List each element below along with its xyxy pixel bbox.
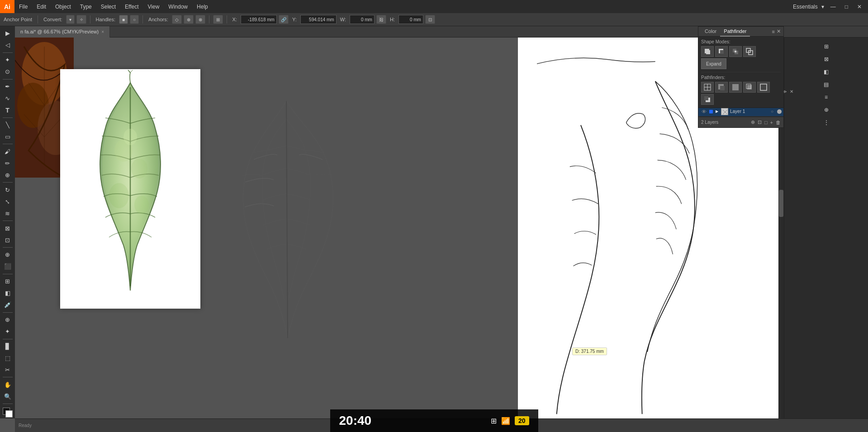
svg-rect-25 <box>735 84 739 90</box>
handles-label: Handles: <box>94 17 117 22</box>
mesh-tool[interactable]: ⊞ <box>2 276 14 287</box>
tab-close-btn[interactable]: × <box>101 29 104 34</box>
layer-1-row[interactable]: 👁 ▶ Layer 1 ○ <box>698 107 783 117</box>
make-clipping-icon[interactable]: ⊡ <box>758 119 762 125</box>
lasso-tool[interactable]: ⊙ <box>2 66 14 77</box>
menu-window[interactable]: Window <box>164 0 192 13</box>
shaper-tool[interactable]: ⊕ <box>2 169 14 180</box>
x-input[interactable]: -189.618 mm <box>241 15 277 24</box>
shape-builder[interactable]: ⊕ <box>2 249 14 260</box>
curvature-tool[interactable]: ∿ <box>2 93 14 104</box>
tool-sep-2 <box>3 79 13 80</box>
anchors-btn-3[interactable]: ⊗ <box>195 15 205 24</box>
pen-tool[interactable]: ✒ <box>2 81 14 92</box>
create-layer-icon[interactable]: □ <box>764 120 768 125</box>
panel-icon-4[interactable]: ◧ <box>821 66 832 78</box>
free-transform[interactable]: ⊡ <box>2 235 14 245</box>
rotate-tool[interactable]: ↻ <box>2 184 14 195</box>
magic-wand-tool[interactable]: ✦ <box>2 55 14 66</box>
close-btn[interactable]: ✕ <box>854 3 864 11</box>
w-input[interactable] <box>350 15 375 24</box>
menu-effect[interactable]: Effect <box>120 0 143 13</box>
artboard-tool[interactable]: ⬚ <box>2 352 14 363</box>
layer-1-indicator <box>777 109 782 114</box>
anchors-btn-1[interactable]: ◇ <box>172 15 182 24</box>
link-btn[interactable]: 🔗 <box>279 15 289 24</box>
layer-1-expand[interactable]: ▶ <box>715 109 719 114</box>
menu-select[interactable]: Select <box>96 0 120 13</box>
locate-icon[interactable]: ⊕ <box>751 119 755 125</box>
h-input[interactable] <box>398 15 423 24</box>
trim-btn[interactable] <box>715 82 728 93</box>
merge-btn[interactable] <box>729 82 742 93</box>
scale-tool[interactable]: ⤡ <box>2 196 14 207</box>
delete-layer-icon[interactable]: 🗑 <box>776 120 781 125</box>
eyedropper-tool[interactable]: 💉 <box>2 300 14 310</box>
menu-edit[interactable]: Edit <box>32 0 51 13</box>
menu-file[interactable]: File <box>14 0 32 13</box>
y-input[interactable]: 594.014 mm <box>300 15 337 24</box>
line-tool[interactable]: ╲ <box>2 120 14 131</box>
layers-close-icon[interactable]: ✕ <box>788 88 795 95</box>
menu-object[interactable]: Object <box>51 0 76 13</box>
panel-close-icon[interactable]: ✕ <box>777 28 781 34</box>
essentials-dropdown[interactable]: ▾ <box>821 4 824 10</box>
scrollbar-thumb[interactable] <box>779 190 783 217</box>
convert-btn-2[interactable]: ✧ <box>76 15 86 24</box>
pathfinder-tab[interactable]: Pathfinder <box>720 27 750 37</box>
anchors-btn-2[interactable]: ⊕ <box>184 15 194 24</box>
panel-icon-3[interactable]: ⊠ <box>821 53 832 65</box>
pencil-tool[interactable]: ✏ <box>2 158 14 169</box>
crop-btn[interactable] <box>743 82 756 93</box>
transform-btn[interactable]: ⊡ <box>425 15 435 24</box>
menu-help[interactable]: Help <box>192 0 213 13</box>
exclude-btn[interactable] <box>743 46 756 57</box>
type-tool[interactable]: T <box>2 105 14 116</box>
outline-btn[interactable] <box>757 82 770 93</box>
stroke-box[interactable] <box>5 410 13 418</box>
convert-btn-1[interactable]: ▾ <box>66 15 75 24</box>
layer-1-lock[interactable]: ○ <box>769 108 775 115</box>
slice-tool[interactable]: ✂ <box>2 364 14 375</box>
paintbrush-tool[interactable]: 🖌 <box>2 146 14 157</box>
expand-btn[interactable]: Expand <box>701 58 726 69</box>
minus-front-btn[interactable] <box>715 46 728 57</box>
minus-back-btn[interactable] <box>701 94 714 105</box>
fill-stroke-area[interactable] <box>2 407 14 418</box>
rect-tool[interactable]: ▭ <box>2 131 14 142</box>
panel-icon-2[interactable]: ⊞ <box>821 41 832 52</box>
intersect-btn[interactable] <box>729 46 742 57</box>
blend-tool[interactable]: ⊕ <box>2 315 14 325</box>
minimize-btn[interactable]: — <box>828 3 839 11</box>
panel-icon-6[interactable]: ≡ <box>821 91 832 103</box>
warp-tool[interactable]: ≋ <box>2 208 14 219</box>
column-graph[interactable]: ▊ <box>2 341 14 352</box>
perspective-grid[interactable]: ⬛ <box>2 261 14 272</box>
divide-btn[interactable] <box>701 82 714 93</box>
panel-menu-icon[interactable]: ≡ <box>772 29 775 34</box>
document-tab[interactable]: n fa.ai* @ 66.67% (CMYK/Preview) × <box>15 26 110 38</box>
constrain-btn[interactable]: ⛓ <box>376 15 386 24</box>
unite-btn[interactable] <box>701 46 714 57</box>
panel-icon-7[interactable]: ⊕ <box>821 104 832 116</box>
direct-selection-tool[interactable]: ◁ <box>2 40 14 51</box>
handles-btn-2[interactable]: ○ <box>130 15 139 24</box>
symbol-tool[interactable]: ✦ <box>2 326 14 337</box>
menu-view[interactable]: View <box>143 0 164 13</box>
panel-icon-5[interactable]: ▤ <box>821 79 832 90</box>
width-tool[interactable]: ⊠ <box>2 223 14 234</box>
gradient-tool[interactable]: ◧ <box>2 288 14 299</box>
handles-btn-1[interactable]: ■ <box>119 15 128 24</box>
grid-btn[interactable]: ⊞ <box>213 15 223 24</box>
sep3 <box>142 15 143 23</box>
selection-tool[interactable]: ▶ <box>2 28 14 39</box>
panel-icon-8[interactable]: ⋮ <box>821 117 832 128</box>
add-layer-icon[interactable]: + <box>770 120 773 125</box>
maximize-btn[interactable]: □ <box>842 3 851 11</box>
zoom-tool[interactable]: 🔍 <box>2 391 14 402</box>
layer-1-visibility[interactable]: 👁 <box>700 108 707 115</box>
menu-type[interactable]: Type <box>76 0 96 13</box>
shape-mode-buttons: Expand <box>701 46 781 69</box>
hand-tool[interactable]: ✋ <box>2 379 14 390</box>
color-tab[interactable]: Color <box>701 27 720 37</box>
